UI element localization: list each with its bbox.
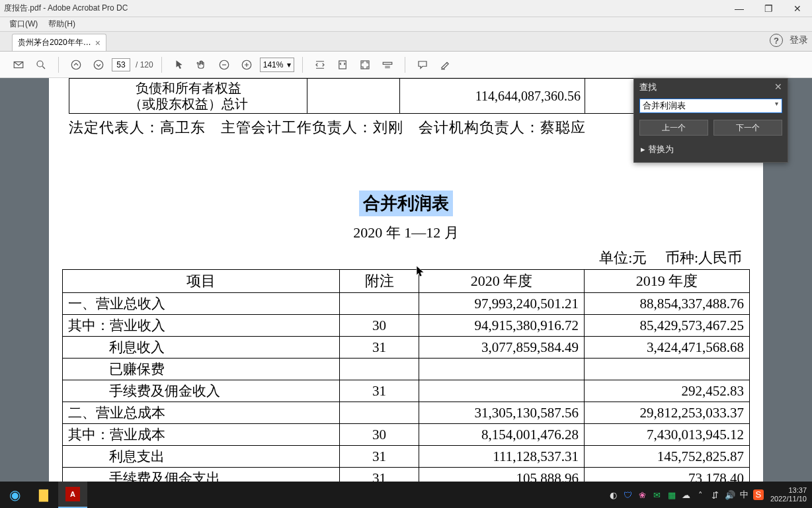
prev-table-fragment: 负债和所有者权益（或股东权益）总计 114,644,087,360.56 99,… [69,78,704,114]
tray-chevron-up-icon[interactable]: ˄ [695,490,707,500]
page-number-input[interactable] [112,58,130,71]
svg-point-2 [71,60,81,69]
find-close-button[interactable]: ✕ [774,81,782,93]
fit-page-icon[interactable] [333,56,352,74]
taskbar-app-browser[interactable]: ◉ [0,482,29,508]
taskbar-app-explorer[interactable]: ▇ [29,482,58,508]
toolbar: / 120 141% ▾ [0,52,812,78]
cell-2020: 94,915,380,916.72 [419,315,585,337]
cell-note: 31 [340,380,419,402]
comment-icon[interactable] [413,56,432,74]
tray-volume-icon[interactable]: 🔊 [724,490,736,500]
header-2019: 2019 年度 [585,270,750,293]
cell-note: 30 [340,315,419,337]
tray-date: 2022/11/10 [770,495,807,503]
minimise-button[interactable]: — [725,0,754,17]
login-link[interactable]: 登录 [790,34,808,46]
table-row: 已赚保费 [63,359,750,380]
table-row: 利息收入313,077,859,584.493,424,471,568.68 [63,337,750,359]
tray-wechat-icon[interactable]: ✉ [651,490,663,500]
table-row: 利息支出31111,128,537.31145,752,825.87 [63,446,750,468]
tray-clock[interactable]: 13:37 2022/11/10 [770,486,807,503]
cell-2020: 8,154,001,476.28 [419,424,585,446]
tray-icon[interactable]: ❀ [637,490,649,500]
svg-point-3 [94,60,103,69]
highlight-icon[interactable] [436,56,454,74]
cell-2019: 292,452.83 [585,380,750,402]
menu-help[interactable]: 帮助(H) [46,17,78,31]
cell-note [340,402,419,424]
hand-tool-icon[interactable] [192,56,211,74]
cell-2020: 111,128,537.31 [419,446,585,468]
document-tab[interactable]: 贵州茅台2020年年… × [12,34,106,51]
find-title: 查找 [639,81,657,93]
zoom-in-icon[interactable] [237,56,256,74]
tab-label: 贵州茅台2020年年… [18,37,91,48]
read-mode-icon[interactable] [378,56,397,74]
tray-icon[interactable]: ◐ [608,490,620,500]
page-up-icon[interactable] [67,56,85,74]
cell-2020: 97,993,240,501.21 [419,293,585,315]
tray-icon[interactable]: ▦ [666,490,678,500]
taskbar: ◉ ▇ A ◐ 🛡 ❀ ✉ ▦ ☁ ˄ ⇵ 🔊 中 S 13:37 2022/1… [0,482,812,508]
mail-icon[interactable] [9,56,28,74]
cell-item: 其中：营业收入 [63,315,340,337]
cell-2020 [419,380,585,402]
close-window-button[interactable]: ✕ [783,0,812,17]
tray-ime-label[interactable]: 中 [739,489,751,501]
tray-network-icon[interactable]: ⇵ [710,490,721,500]
cell-2019: 85,429,573,467.25 [585,315,750,337]
cell-2019: 73,178.40 [585,468,750,482]
svg-rect-7 [361,61,369,69]
cell-2020: 3,077,859,584.49 [419,337,585,359]
system-tray: ◐ 🛡 ❀ ✉ ▦ ☁ ˄ ⇵ 🔊 中 S 13:37 2022/11/10 [608,482,809,508]
menu-window[interactable]: 窗口(W) [7,17,40,31]
find-input[interactable] [639,99,782,113]
prev-row-v1: 114,644,087,360.56 [400,79,585,114]
prev-row-label: 负债和所有者权益（或股东权益）总计 [69,79,307,114]
search-icon[interactable] [32,56,50,74]
cell-2019: 3,424,471,568.68 [585,337,750,359]
svg-rect-8 [384,62,393,64]
table-row: 一、营业总收入97,993,240,501.2188,854,337,488.7… [63,293,750,315]
fit-width-icon[interactable] [311,56,329,74]
pdf-icon: A [65,487,80,501]
document-subtitle: 2020 年 1—12 月 [62,223,750,243]
tray-sogou-icon[interactable]: S [753,489,764,500]
find-next-button[interactable]: 下一个 [713,120,782,136]
cell-note [340,359,419,380]
page-down-icon[interactable] [89,56,108,74]
zoom-out-icon[interactable] [215,56,233,74]
pointer-tool-icon[interactable] [170,56,188,74]
tray-time: 13:37 [770,486,807,495]
table-row: 其中：营业收入3094,915,380,916.7285,429,573,467… [63,315,750,337]
find-prev-button[interactable]: 上一个 [639,120,708,136]
header-item: 项目 [63,270,340,293]
help-icon[interactable]: ? [770,34,783,47]
page-total-label: / 120 [136,60,153,69]
menu-bar: 窗口(W) 帮助(H) [0,17,812,32]
cell-item: 其中：营业成本 [63,424,340,446]
table-row: 手续费及佣金收入31292,452.83 [63,380,750,402]
fullscreen-icon[interactable] [356,56,374,74]
table-row: 手续费及佣金支出31105,888.9673,178.40 [63,468,750,482]
taskbar-app-acrobat[interactable]: A [58,482,87,508]
cell-item: 二、营业总成本 [63,402,340,424]
find-panel: 查找 ✕ 上一个 下一个 替换为 [633,78,788,163]
cell-note: 31 [340,337,419,359]
tab-close-button[interactable]: × [95,38,101,48]
zoom-select[interactable]: 141% ▾ [260,58,295,72]
cell-note [340,293,419,315]
tray-onedrive-icon[interactable]: ☁ [680,490,692,500]
cell-2020: 31,305,130,587.56 [419,402,585,424]
zoom-value: 141% [263,60,284,69]
cell-item: 利息支出 [63,446,340,468]
title-bar: 度报告.pdf - Adobe Acrobat Pro DC — ❐ ✕ [0,0,812,17]
tray-shield-icon[interactable]: 🛡 [622,490,634,500]
zoom-caret-icon: ▾ [287,60,291,69]
tab-bar: 贵州茅台2020年年… × ? 登录 [0,32,812,52]
maximise-button[interactable]: ❐ [754,0,783,17]
cell-2019 [585,359,750,380]
document-title: 合并利润表 [359,190,453,216]
find-replace-toggle[interactable]: 替换为 [634,140,788,162]
